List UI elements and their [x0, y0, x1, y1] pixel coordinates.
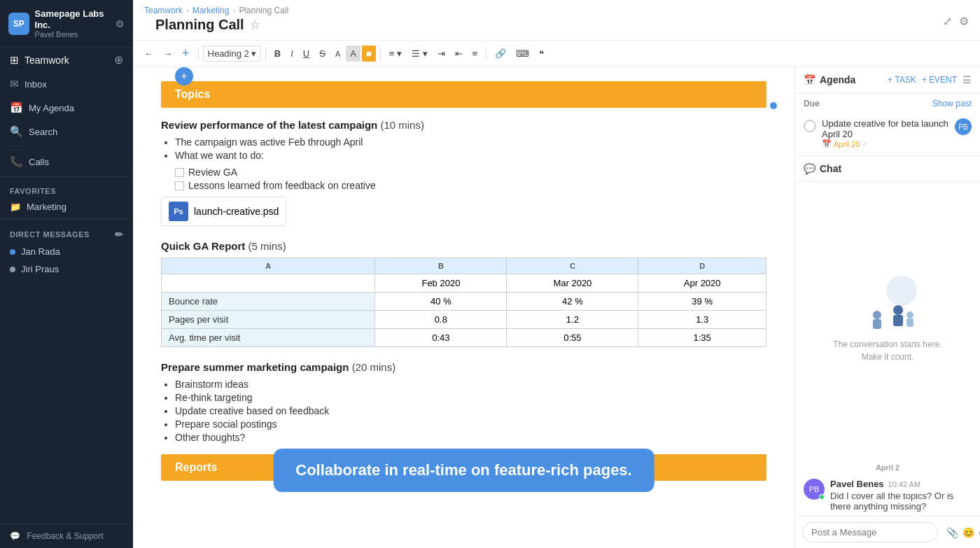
- agenda-panel-header: 📅 Agenda + TASK + EVENT ☰: [795, 67, 980, 93]
- due-label: Due: [804, 99, 820, 108]
- add-block-button[interactable]: +: [178, 43, 194, 64]
- show-past-link[interactable]: Show past: [932, 99, 972, 108]
- sidebar-item-calls[interactable]: 📞 Calls: [0, 150, 133, 174]
- chat-illustration: [853, 276, 923, 332]
- table-row: Pages per visit 0.8 1.2 1.3: [162, 311, 766, 329]
- chat-input[interactable]: [802, 522, 938, 542]
- file-name: launch-creative.psd: [194, 206, 279, 217]
- task-date: 📅 April 20 ✓: [822, 139, 949, 148]
- file-attachment[interactable]: Ps launch-creative.psd: [161, 197, 286, 226]
- inbox-label: Inbox: [24, 79, 47, 90]
- calls-label: Calls: [29, 157, 49, 167]
- feedback-support[interactable]: 💬 Feedback & Support: [0, 524, 133, 548]
- strikethrough-button[interactable]: S: [315, 45, 330, 62]
- expand-icon[interactable]: ⤢: [943, 15, 952, 28]
- bullet-item: Other thoughts?: [175, 432, 766, 443]
- check-icon: ✓: [862, 139, 868, 148]
- bullet-item: Prepare social postings: [175, 419, 766, 430]
- breadcrumb-marketing[interactable]: Marketing: [192, 6, 230, 15]
- star-icon[interactable]: ☆: [250, 18, 260, 31]
- code-button[interactable]: ⌨: [512, 45, 533, 62]
- col-d: D: [638, 258, 766, 274]
- chat-sender-name: Pavel Benes: [830, 479, 884, 489]
- dm-name: Jan Rada: [21, 246, 60, 257]
- dm-jiri-praus[interactable]: Jiri Praus: [0, 260, 133, 278]
- checkbox-item2[interactable]: Lessons learned from feedback on creativ…: [175, 180, 766, 191]
- favorites-header: Favorites: [0, 180, 133, 198]
- sidebar-item-search[interactable]: 🔍 Search: [0, 120, 133, 143]
- attachment-icon[interactable]: 📎: [946, 527, 958, 538]
- table-row: Avg. time per visit 0:43 0:55 1:35: [162, 329, 766, 347]
- new-dm-icon[interactable]: ✏: [115, 229, 124, 240]
- chat-timestamp: 10:42 AM: [888, 480, 920, 489]
- list-type-button[interactable]: ≡ ▾: [385, 45, 406, 62]
- section2-title: Quick GA Report (5 mins): [161, 240, 766, 252]
- small-text-button[interactable]: A: [331, 47, 344, 61]
- header-mar: Mar 2020: [507, 274, 638, 293]
- user-name: Pavel Benes: [35, 30, 115, 38]
- settings-icon[interactable]: ⚙: [959, 15, 969, 28]
- agenda-label: My Agenda: [29, 103, 74, 113]
- undo-button[interactable]: ←: [140, 45, 158, 62]
- add-teamwork-icon[interactable]: ⊕: [114, 53, 123, 66]
- emoji-icon[interactable]: 😊: [962, 527, 974, 538]
- add-event-button[interactable]: + EVENT: [922, 75, 957, 85]
- align-button[interactable]: ≡: [468, 45, 482, 62]
- calendar-icon: 📅: [804, 74, 816, 85]
- sidebar-item-agenda[interactable]: 📅 My Agenda: [0, 96, 133, 120]
- redo-button[interactable]: →: [159, 45, 176, 62]
- separator3: [380, 48, 381, 60]
- highlight-button[interactable]: ■: [362, 45, 376, 62]
- sidebar-item-teamwork[interactable]: ⊞ Teamwork ⊕: [0, 48, 133, 72]
- heading-dropdown[interactable]: Heading 2 ▾: [203, 45, 261, 62]
- svg-rect-6: [906, 318, 913, 327]
- filter-icon[interactable]: ☰: [962, 74, 972, 85]
- chat-date-divider: April 2: [795, 458, 980, 475]
- divider2: [0, 176, 133, 177]
- indent-button[interactable]: ⇥: [433, 45, 449, 62]
- topics-banner: Topics: [161, 81, 766, 108]
- bullet-item: The campaign was active Feb through Apri…: [175, 136, 766, 148]
- task-checkbox[interactable]: [804, 120, 816, 132]
- sidebar-item-marketing[interactable]: 📁 Marketing: [0, 198, 133, 216]
- quote-button[interactable]: ❝: [535, 45, 548, 62]
- checkbox-icon2[interactable]: [175, 181, 184, 190]
- underline-button[interactable]: U: [299, 45, 314, 62]
- section3-bullets: Brainstorm ideas Re-think targeting Upda…: [161, 379, 766, 443]
- link-button[interactable]: 🔗: [491, 45, 510, 62]
- ps-icon: Ps: [169, 202, 188, 221]
- breadcrumb: Teamwork › Marketing › Planning Call: [144, 6, 288, 15]
- list-button[interactable]: ☰ ▾: [407, 45, 432, 62]
- italic-button[interactable]: I: [286, 45, 298, 62]
- svg-point-5: [906, 311, 913, 318]
- chat-section-header: 💬 Chat: [795, 155, 980, 182]
- dm-jan-rada[interactable]: Jan Rada: [0, 243, 133, 260]
- checkbox-item[interactable]: Review GA: [175, 167, 766, 178]
- calendar-small-icon: 📅: [822, 139, 832, 148]
- cursor-indicator: [770, 102, 777, 109]
- online-indicator: [819, 494, 825, 500]
- folder-icon: 📁: [10, 202, 21, 212]
- text-color-button[interactable]: A: [346, 45, 360, 62]
- col-a: A: [162, 258, 375, 274]
- page-title: Planning Call ☆: [144, 15, 288, 37]
- document-editor[interactable]: + Topics Review performance of the lates…: [133, 67, 794, 548]
- bold-button[interactable]: B: [270, 45, 285, 62]
- svg-point-3: [893, 305, 903, 315]
- chat-icon: 💬: [804, 163, 816, 174]
- breadcrumb-teamwork[interactable]: Teamwork: [144, 6, 183, 15]
- checkbox-icon[interactable]: [175, 168, 184, 177]
- sidebar: SP Samepage Labs Inc. Pavel Benes ⚙ ⊞ Te…: [0, 0, 133, 548]
- marketing-label: Marketing: [27, 202, 66, 212]
- topbar: Teamwork › Marketing › Planning Call Pla…: [133, 0, 980, 41]
- gear-icon[interactable]: ⚙: [115, 18, 125, 29]
- add-block-circle-button[interactable]: +: [175, 67, 193, 85]
- sidebar-item-inbox[interactable]: ✉ Inbox: [0, 72, 133, 96]
- agenda-due-section: Due Show past Update creative for beta l…: [795, 93, 980, 155]
- add-task-button[interactable]: + TASK: [888, 75, 916, 85]
- sidebar-header: SP Samepage Labs Inc. Pavel Benes ⚙: [0, 0, 133, 48]
- section1-title: Review performance of the latest campaig…: [161, 119, 766, 131]
- teamwork-icon: ⊞: [10, 54, 19, 66]
- outdent-button[interactable]: ⇤: [451, 45, 467, 62]
- chevron-down-icon: ▾: [251, 48, 256, 59]
